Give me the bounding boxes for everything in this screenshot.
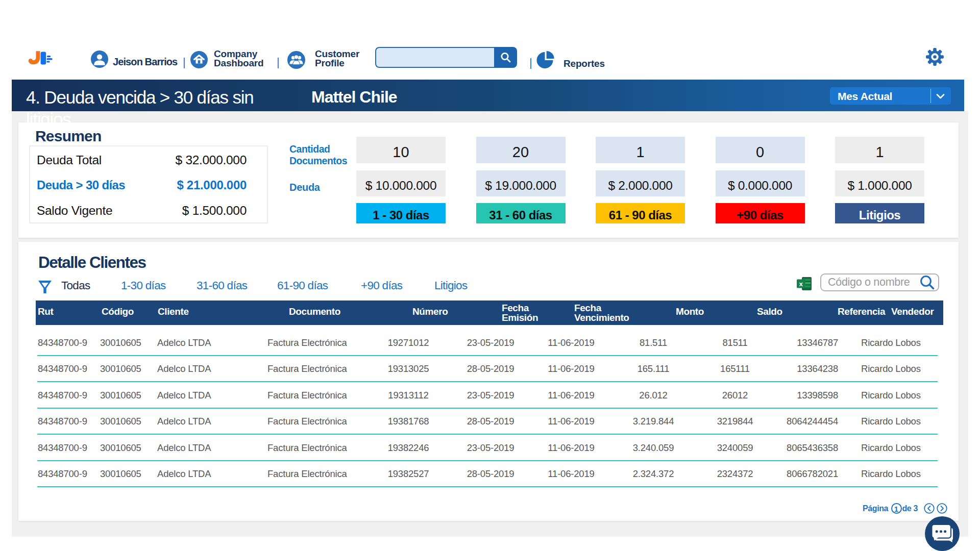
svg-text:x: x <box>799 280 803 288</box>
